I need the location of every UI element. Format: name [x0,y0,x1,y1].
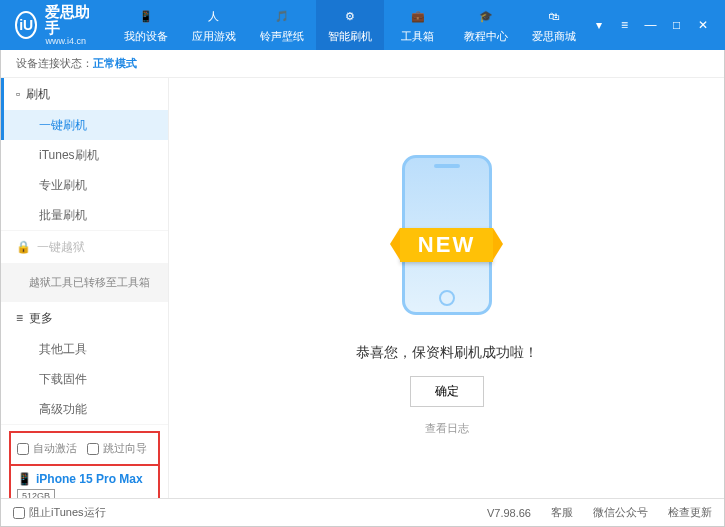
main-nav: 📱我的设备 人应用游戏 🎵铃声壁纸 ⚙智能刷机 💼工具箱 🎓教程中心 🛍爱思商城 [112,0,588,50]
view-log-link[interactable]: 查看日志 [425,421,469,436]
version-label: V7.98.66 [487,507,531,519]
toolbox-icon: 💼 [408,6,428,26]
logo-icon: iU [15,11,37,39]
main-content: NEW 恭喜您，保资料刷机成功啦！ 确定 查看日志 [169,78,724,498]
window-controls: ▾ ≡ — □ ✕ [588,15,714,35]
nav-flash[interactable]: ⚙智能刷机 [316,0,384,50]
store-icon: 🛍 [544,6,564,26]
close-icon[interactable]: ✕ [692,15,714,35]
list-icon: ≡ [16,311,23,325]
flash-icon: ⚙ [340,6,360,26]
footer: 阻止iTunes运行 V7.98.66 客服 微信公众号 检查更新 [1,498,724,526]
sidebar-header-jailbreak: 🔒一键越狱 [1,231,168,263]
device-storage: 512GB [17,489,55,498]
phone-icon: ▫ [16,87,20,101]
brand-url: www.i4.cn [45,37,91,47]
checkbox-auto-activate[interactable]: 自动激活 [17,441,77,456]
phone-icon: 📱 [136,6,156,26]
nav-toolbox[interactable]: 💼工具箱 [384,0,452,50]
brand-logo: iU 爱思助手 www.i4.cn [15,4,92,47]
ringtone-icon: 🎵 [272,6,292,26]
checkbox-block-itunes[interactable]: 阻止iTunes运行 [13,505,106,520]
device-info: 📱iPhone 15 Pro Max 512GB iPhone [9,466,160,498]
sidebar-header-more[interactable]: ≡更多 [1,302,168,334]
sidebar-item-download[interactable]: 下载固件 [1,364,168,394]
ok-button[interactable]: 确定 [410,376,484,407]
nav-ringtones[interactable]: 🎵铃声壁纸 [248,0,316,50]
phone-icon: 📱 [17,472,32,486]
sidebar-item-other[interactable]: 其他工具 [1,334,168,364]
footer-update[interactable]: 检查更新 [668,505,712,520]
titlebar: iU 爱思助手 www.i4.cn 📱我的设备 人应用游戏 🎵铃声壁纸 ⚙智能刷… [0,0,725,50]
sidebar-item-batch[interactable]: 批量刷机 [1,200,168,230]
settings-icon[interactable]: ≡ [614,15,636,35]
device-name[interactable]: 📱iPhone 15 Pro Max [17,472,152,486]
apps-icon: 人 [204,6,224,26]
nav-store[interactable]: 🛍爱思商城 [520,0,588,50]
footer-wechat[interactable]: 微信公众号 [593,505,648,520]
sidebar: ▫刷机 一键刷机 iTunes刷机 专业刷机 批量刷机 🔒一键越狱 越狱工具已转… [1,78,169,498]
connection-status: 设备连接状态：正常模式 [1,50,724,78]
nav-my-device[interactable]: 📱我的设备 [112,0,180,50]
sidebar-item-advanced[interactable]: 高级功能 [1,394,168,424]
sidebar-jailbreak-note: 越狱工具已转移至工具箱 [1,263,168,301]
lock-icon: 🔒 [16,240,31,254]
sidebar-header-flash[interactable]: ▫刷机 [1,78,168,110]
menu-icon[interactable]: ▾ [588,15,610,35]
footer-support[interactable]: 客服 [551,505,573,520]
minimize-icon[interactable]: — [640,15,662,35]
success-message: 恭喜您，保资料刷机成功啦！ [356,344,538,362]
new-ribbon: NEW [400,228,493,262]
sidebar-item-oneclick[interactable]: 一键刷机 [1,110,168,140]
maximize-icon[interactable]: □ [666,15,688,35]
success-illustration: NEW [372,140,522,330]
tutorial-icon: 🎓 [476,6,496,26]
sidebar-item-itunes[interactable]: iTunes刷机 [1,140,168,170]
checkbox-skip-guide[interactable]: 跳过向导 [87,441,147,456]
options-box: 自动激活 跳过向导 [9,431,160,466]
nav-tutorials[interactable]: 🎓教程中心 [452,0,520,50]
brand-name: 爱思助手 [45,4,91,37]
nav-apps[interactable]: 人应用游戏 [180,0,248,50]
sidebar-item-pro[interactable]: 专业刷机 [1,170,168,200]
